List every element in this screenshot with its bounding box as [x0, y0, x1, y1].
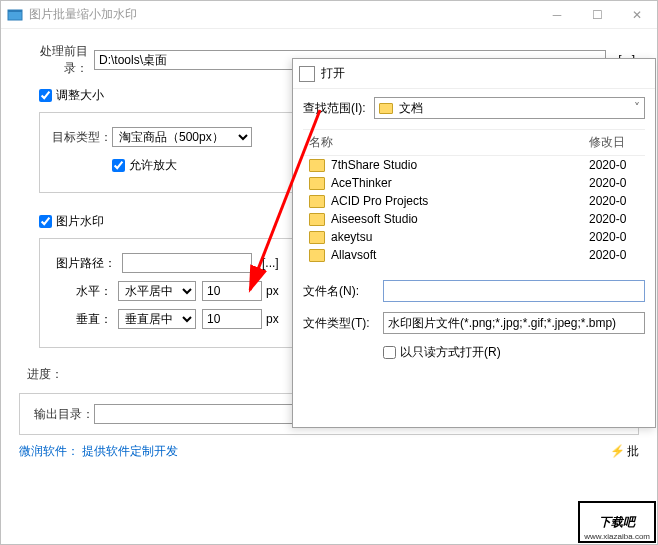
column-date[interactable]: 修改日	[589, 134, 645, 151]
dialog-bottom: 文件名(N): 文件类型(T): 水印图片文件(*.png;*.jpg;*.gi…	[293, 272, 655, 369]
file-list: 名称 修改日 7thShare Studio2020-0AceThinker20…	[303, 129, 645, 264]
open-file-dialog: 打开 查找范围(I): 文档 ˅ 名称 修改日 7thShare Studio2…	[292, 58, 656, 428]
dialog-body: 查找范围(I): 文档 ˅ 名称 修改日 7thShare Studio2020…	[293, 89, 655, 272]
lookin-row: 查找范围(I): 文档 ˅	[303, 97, 645, 119]
minimize-button[interactable]: ─	[537, 1, 577, 29]
svg-rect-1	[8, 10, 22, 12]
vertical-row: 垂直： 垂直居中 px	[52, 309, 286, 329]
horizontal-row: 水平： 水平居中 px	[52, 281, 286, 301]
folder-icon	[309, 195, 325, 208]
file-date: 2020-0	[589, 158, 645, 172]
file-name: Aiseesoft Studio	[331, 212, 589, 226]
custom-dev-link[interactable]: 提供软件定制开发	[82, 444, 178, 458]
filetype-row: 文件类型(T): 水印图片文件(*.png;*.jpg;*.gif;*.jpeg…	[303, 312, 645, 334]
readonly-label: 以只读方式打开(R)	[400, 344, 501, 361]
allow-enlarge-checkbox[interactable]	[112, 159, 125, 172]
vertical-label: 垂直：	[72, 311, 118, 328]
folder-icon	[309, 213, 325, 226]
output-dir-label: 输出目录：	[28, 406, 94, 423]
lookin-value: 文档	[399, 100, 423, 117]
dialog-titlebar: 打开	[293, 59, 655, 89]
file-row[interactable]: Allavsoft2020-0	[303, 246, 645, 264]
file-row[interactable]: 7thShare Studio2020-0	[303, 156, 645, 174]
horizontal-unit: px	[266, 284, 279, 298]
file-row[interactable]: Aiseesoft Studio2020-0	[303, 210, 645, 228]
lookin-label: 查找范围(I):	[303, 100, 366, 117]
folder-icon	[379, 103, 393, 114]
file-date: 2020-0	[589, 248, 645, 262]
filename-row: 文件名(N):	[303, 280, 645, 302]
vertical-align-select[interactable]: 垂直居中	[118, 309, 196, 329]
vertical-unit: px	[266, 312, 279, 326]
image-path-input[interactable]	[122, 253, 252, 273]
file-date: 2020-0	[589, 212, 645, 226]
readonly-row: 以只读方式打开(R)	[383, 344, 645, 361]
file-row[interactable]: akeytsu2020-0	[303, 228, 645, 246]
allow-enlarge-row: 允许放大	[112, 157, 286, 174]
link-prefix: 微润软件：	[19, 444, 79, 458]
folder-icon	[309, 177, 325, 190]
allow-enlarge-label: 允许放大	[129, 157, 177, 174]
file-date: 2020-0	[589, 194, 645, 208]
file-name: ACID Pro Projects	[331, 194, 589, 208]
file-row[interactable]: AceThinker2020-0	[303, 174, 645, 192]
dialog-title: 打开	[321, 65, 345, 82]
column-name[interactable]: 名称	[303, 134, 589, 151]
progress-label: 进度：	[19, 366, 63, 383]
file-name: akeytsu	[331, 230, 589, 244]
chevron-down-icon: ˅	[634, 101, 640, 115]
filename-label: 文件名(N):	[303, 283, 383, 300]
resize-label: 调整大小	[56, 87, 104, 104]
file-name: 7thShare Studio	[331, 158, 589, 172]
target-type-select[interactable]: 淘宝商品（500px）	[112, 127, 252, 147]
file-date: 2020-0	[589, 176, 645, 190]
horizontal-align-select[interactable]: 水平居中	[118, 281, 196, 301]
close-button[interactable]: ✕	[617, 1, 657, 29]
resize-checkbox[interactable]	[39, 89, 52, 102]
target-type-label: 目标类型：	[52, 129, 112, 146]
source-dir-label: 处理前目录：	[19, 43, 94, 77]
resize-fieldset: 目标类型： 淘宝商品（500px） 允许放大	[39, 112, 299, 193]
file-name: AceThinker	[331, 176, 589, 190]
filetype-combo[interactable]: 水印图片文件(*.png;*.jpg;*.gif;*.jpeg;*.bmp)	[383, 312, 645, 334]
image-path-row: 图片路径： [...]	[52, 253, 286, 273]
watermark-checkbox[interactable]	[39, 215, 52, 228]
image-path-browse-button[interactable]: [...]	[258, 256, 283, 270]
app-icon	[7, 7, 23, 23]
target-type-row: 目标类型： 淘宝商品（500px）	[52, 127, 286, 147]
filetype-value: 水印图片文件(*.png;*.jpg;*.gif;*.jpeg;*.bmp)	[388, 315, 616, 332]
folder-icon	[309, 159, 325, 172]
file-row[interactable]: ACID Pro Projects2020-0	[303, 192, 645, 210]
file-name: Allavsoft	[331, 248, 589, 262]
maximize-button[interactable]: ☐	[577, 1, 617, 29]
readonly-checkbox[interactable]	[383, 346, 396, 359]
horizontal-label: 水平：	[72, 283, 118, 300]
batch-label: 批	[627, 444, 639, 458]
window-controls: ─ ☐ ✕	[537, 1, 657, 29]
watermark-label: 图片水印	[56, 213, 104, 230]
folder-icon	[309, 249, 325, 262]
filetype-label: 文件类型(T):	[303, 315, 383, 332]
dialog-icon	[299, 66, 315, 82]
file-list-header: 名称 修改日	[303, 130, 645, 156]
image-path-label: 图片路径：	[52, 255, 122, 272]
file-date: 2020-0	[589, 230, 645, 244]
footer-link-row: 微润软件： 提供软件定制开发 ⚡批	[19, 443, 639, 460]
vertical-offset-input[interactable]	[202, 309, 262, 329]
window-title: 图片批量缩小加水印	[29, 6, 537, 23]
folder-icon	[309, 231, 325, 244]
site-url: www.xiazaiba.com	[584, 532, 650, 541]
titlebar: 图片批量缩小加水印 ─ ☐ ✕	[1, 1, 657, 29]
watermark-fieldset: 图片路径： [...] 水平： 水平居中 px 垂直： 垂直居中 px	[39, 238, 299, 348]
filename-input[interactable]	[383, 280, 645, 302]
lookin-combo[interactable]: 文档 ˅	[374, 97, 645, 119]
horizontal-offset-input[interactable]	[202, 281, 262, 301]
lightning-icon: ⚡	[610, 444, 625, 458]
